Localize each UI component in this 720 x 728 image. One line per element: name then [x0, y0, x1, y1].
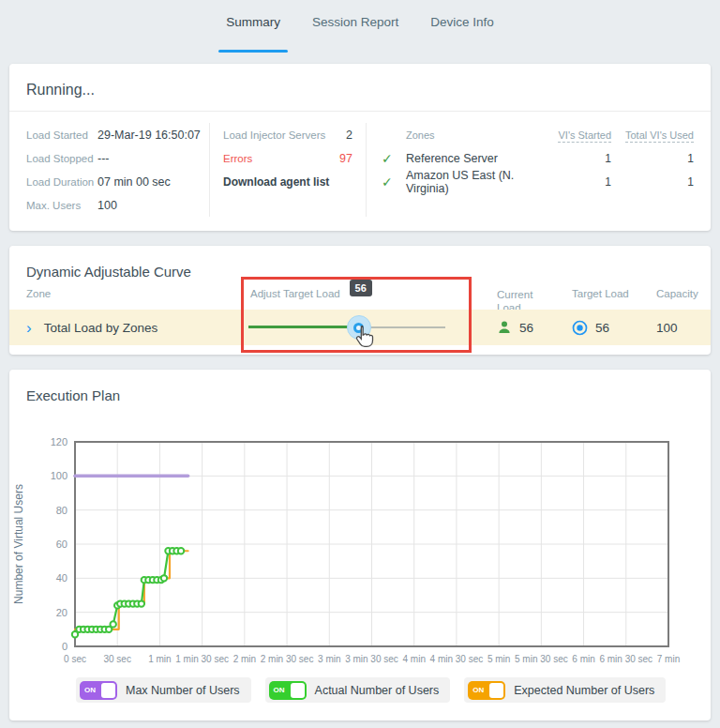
execution-plan-card: Execution Plan 0204060801001200 sec30 se…: [9, 370, 711, 720]
servers-errors-column: Load Injector Servers 2 Errors 97 Downlo…: [209, 123, 366, 217]
capacity-cell: 100: [656, 321, 711, 335]
legend-label: Expected Number of Users: [514, 684, 654, 697]
svg-text:2 min: 2 min: [233, 654, 256, 664]
svg-text:60: 60: [56, 538, 68, 550]
stat-load-injector-servers: Load Injector Servers 2: [223, 123, 352, 146]
total-load-row: › Total Load by Zones 56 56: [9, 310, 711, 345]
max-users-toggle[interactable]: ON: [80, 681, 117, 700]
chart-legend: ON Max Number of Users ON Actual Number …: [76, 677, 666, 703]
stat-load-duration: Load Duration 07 min 00 sec: [26, 170, 209, 193]
toggle-knob: [489, 683, 503, 698]
running-status-card: Running... Load Started 29-Mar-19 16:50:…: [9, 64, 711, 231]
svg-text:80: 80: [56, 505, 68, 516]
expected-users-toggle[interactable]: ON: [468, 681, 505, 700]
legend-label: Actual Number of Users: [315, 684, 440, 697]
svg-text:3 min 30 sec: 3 min 30 sec: [345, 654, 398, 664]
tab-bar: Summary Session Report Device Info: [0, 0, 720, 53]
stat-value: 2: [346, 129, 352, 142]
tab-summary[interactable]: Summary: [224, 11, 282, 53]
toggle-on-label: ON: [84, 686, 96, 694]
tab-session-report[interactable]: Session Report: [310, 11, 400, 53]
toggle-knob: [291, 683, 305, 698]
total-vis-used-header: Total VI's Used: [611, 129, 694, 141]
dynamic-adjustable-curve-card: Dynamic Adjustable Curve Zone Adjust Tar…: [9, 246, 711, 355]
stat-value: 29-Mar-19 16:50:07: [98, 129, 201, 142]
errors-value: 97: [339, 152, 352, 165]
svg-text:6 min 30 sec: 6 min 30 sec: [599, 654, 652, 664]
check-icon: ✓: [382, 174, 406, 190]
svg-text:120: 120: [51, 436, 68, 447]
toggle-on-label: ON: [472, 686, 484, 694]
target-load-cell: 56: [572, 320, 656, 336]
vis-started-value: 1: [546, 175, 611, 189]
stat-errors: Errors 97: [223, 146, 352, 170]
errors-label: Errors: [223, 153, 252, 164]
zone-name: Amazon US East (N. Virginia): [406, 169, 546, 195]
slider-value-tooltip: 56: [350, 280, 372, 296]
stat-max-users: Max. Users 100: [26, 193, 209, 217]
svg-text:30 sec: 30 sec: [103, 654, 130, 664]
svg-text:5 min 30 sec: 5 min 30 sec: [515, 654, 568, 664]
legend-expected-number-of-users: ON Expected Number of Users: [464, 677, 666, 703]
current-load-cell: 56: [497, 320, 572, 335]
stat-label: Load Duration: [26, 176, 98, 188]
svg-text:4 min: 4 min: [402, 654, 425, 664]
running-status-title: Running...: [9, 64, 711, 112]
svg-text:7 min: 7 min: [657, 654, 680, 664]
load-times-column: Load Started 29-Mar-19 16:50:07 Load Sto…: [9, 123, 209, 217]
zones-header: Zones: [406, 129, 546, 141]
execution-plan-chart: 0204060801001200 sec30 sec1 min1 min 30 …: [9, 426, 711, 670]
legend-label: Max Number of Users: [126, 684, 240, 697]
svg-text:100: 100: [51, 470, 68, 481]
stat-label: Max. Users: [26, 200, 98, 211]
zones-column: Zones VI's Started Total VI's Used ✓ Ref…: [366, 123, 711, 217]
running-stats: Load Started 29-Mar-19 16:50:07 Load Sto…: [9, 112, 711, 217]
legend-actual-number-of-users: ON Actual Number of Users: [265, 677, 451, 703]
toggle-on-label: ON: [274, 686, 285, 694]
stat-label: Load Stopped: [26, 153, 98, 164]
expand-chevron-icon[interactable]: ›: [26, 320, 32, 336]
zone-row-reference-server: ✓ Reference Server 1 1: [382, 146, 694, 170]
svg-text:0 sec: 0 sec: [64, 654, 86, 664]
total-vis-used-value: 1: [611, 152, 694, 165]
svg-text:2 min 30 sec: 2 min 30 sec: [261, 654, 314, 664]
svg-text:3 min: 3 min: [318, 654, 340, 664]
tab-device-info[interactable]: Device Info: [428, 11, 496, 53]
target-icon: [572, 320, 588, 336]
target-load-value: 56: [595, 321, 609, 335]
slider-fill: [248, 326, 359, 328]
vis-started-header: VI's Started: [546, 129, 611, 141]
zone-name: Reference Server: [406, 152, 546, 165]
capacity-value: 100: [656, 321, 678, 335]
slider-handle[interactable]: [347, 315, 371, 340]
download-agent-list-link[interactable]: Download agent list: [223, 175, 329, 189]
svg-text:0: 0: [62, 641, 68, 652]
execution-plan-title: Execution Plan: [9, 370, 711, 416]
zone-row-label: Total Load by Zones: [44, 321, 158, 335]
stat-value: 100: [98, 199, 117, 212]
stat-load-started: Load Started 29-Mar-19 16:50:07: [26, 123, 209, 146]
svg-text:1 min: 1 min: [148, 654, 171, 664]
total-vis-used-value: 1: [611, 175, 694, 189]
zone-row-amazon-us-east: ✓ Amazon US East (N. Virginia) 1 1: [382, 170, 694, 193]
zone-cell: › Total Load by Zones: [9, 320, 242, 336]
slider-handle-dot: [353, 323, 364, 333]
stat-label: Load Injector Servers: [223, 129, 325, 141]
current-load-value: 56: [519, 321, 533, 335]
svg-text:40: 40: [56, 572, 68, 584]
stat-label: Load Started: [26, 129, 98, 141]
svg-text:1 min 30 sec: 1 min 30 sec: [175, 654, 229, 664]
stat-value: 07 min 00 sec: [98, 175, 171, 189]
user-icon: [497, 320, 512, 335]
svg-text:5 min: 5 min: [488, 654, 510, 664]
zones-table: Zones VI's Started Total VI's Used ✓ Ref…: [382, 123, 694, 193]
svg-text:20: 20: [56, 607, 68, 618]
check-icon: ✓: [382, 151, 406, 166]
svg-text:Number of Virtual Users: Number of Virtual Users: [12, 484, 25, 604]
download-agent-list-row: Download agent list: [223, 170, 352, 193]
actual-users-toggle[interactable]: ON: [269, 681, 307, 700]
legend-max-number-of-users: ON Max Number of Users: [76, 677, 251, 703]
svg-text:6 min: 6 min: [572, 654, 594, 664]
zones-header-row: Zones VI's Started Total VI's Used: [382, 123, 694, 146]
svg-text:4 min 30 sec: 4 min 30 sec: [430, 654, 484, 664]
